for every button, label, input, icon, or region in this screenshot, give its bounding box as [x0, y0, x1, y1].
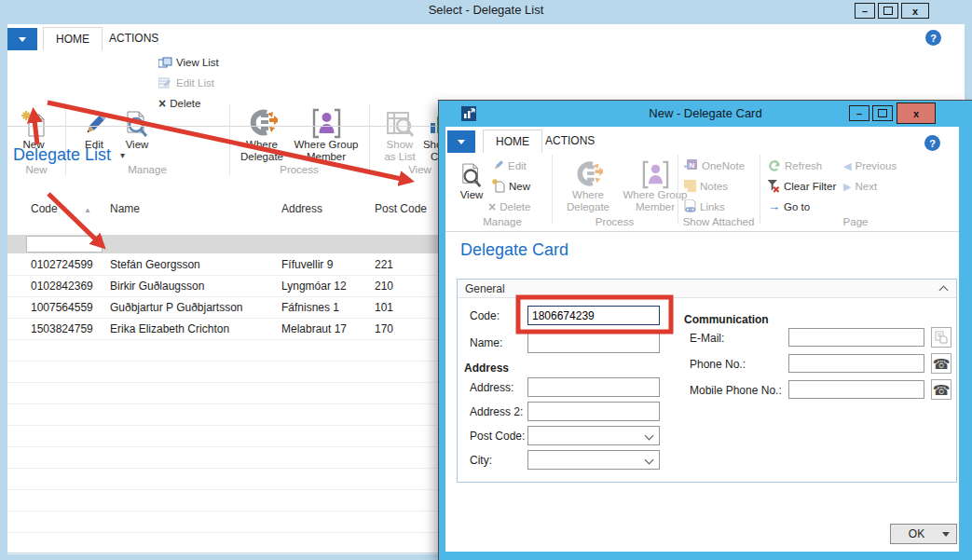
main-app-menu-button[interactable] — [7, 28, 37, 50]
table-row[interactable]: 1007564559 Guðbjartur P Guðbjartsson Fáf… — [7, 297, 439, 319]
address-field-label: Address: — [470, 381, 513, 394]
empty-table-row[interactable] — [7, 490, 439, 512]
dropdown-chevron-icon — [645, 456, 654, 465]
dialog-links-button[interactable]: Links — [684, 199, 725, 213]
cell-code: 1007564559 — [31, 301, 93, 314]
dialog-close-button[interactable]: x — [897, 102, 936, 124]
address2-input[interactable] — [527, 402, 660, 421]
main-tab-actions[interactable]: ACTIONS — [97, 27, 171, 50]
address-input[interactable] — [527, 377, 660, 397]
new-button[interactable]: New — [13, 104, 54, 151]
dialog-refresh-label: Refresh — [785, 160, 822, 171]
cell-address: Lyngmóar 12 — [281, 280, 347, 293]
edit-list-button[interactable]: Edit List — [158, 75, 214, 89]
main-tab-home[interactable]: HOME — [43, 27, 103, 50]
table-row[interactable]: 0102842369 Birkir Guðlaugsson Lyngmóar 1… — [7, 276, 439, 297]
email-input-field[interactable] — [789, 330, 924, 347]
empty-table-row[interactable] — [7, 426, 439, 447]
cell-name: Erika Elizabeth Crichton — [110, 322, 229, 335]
dialog-edit-button[interactable]: Edit — [492, 158, 527, 172]
phone-action-button[interactable]: ☎ — [931, 353, 951, 374]
empty-table-row[interactable] — [7, 404, 439, 426]
dialog-tab-actions[interactable]: ACTIONS — [533, 130, 607, 153]
mobile-phone-input-field[interactable] — [789, 382, 924, 399]
dialog-onenote-button[interactable]: N OneNote — [684, 158, 745, 172]
communication-group-label: Communication — [684, 313, 769, 326]
main-help-button[interactable]: ? — [925, 30, 941, 46]
ok-button-label: OK — [891, 527, 942, 540]
dialog-go-to-button[interactable]: → Go to — [768, 199, 810, 213]
empty-table-row[interactable] — [7, 469, 439, 490]
mobile-phone-action-button[interactable]: ☎ — [931, 379, 951, 400]
where-group-label-1: Where Group — [294, 139, 358, 150]
new-page-icon — [13, 104, 54, 139]
dialog-refresh-button[interactable]: Refresh — [768, 158, 822, 172]
dialog-where-delegate-button[interactable]: WhereDelegate — [561, 155, 615, 213]
ok-button[interactable]: OK — [890, 524, 957, 544]
dialog-app-menu-button[interactable] — [447, 130, 475, 153]
dialog-view-button[interactable]: View — [453, 155, 490, 201]
where-group-member-button[interactable]: Where GroupMember — [287, 104, 365, 163]
main-maximize-button[interactable] — [878, 3, 898, 19]
empty-table-row[interactable] — [7, 447, 439, 469]
email-action-button[interactable] — [931, 327, 951, 348]
phone-input[interactable] — [788, 354, 924, 373]
ok-dropdown-caret-icon[interactable] — [942, 532, 950, 537]
name-input-field[interactable] — [528, 334, 659, 352]
where-delegate-button[interactable]: WhereDelegate — [235, 104, 289, 163]
show-as-list-button[interactable]: Showas List — [376, 104, 423, 163]
cell-address: Fáfnisnes 1 — [281, 301, 339, 314]
column-header-name[interactable]: Name — [110, 202, 140, 215]
general-fasttab-header[interactable]: General — [458, 280, 956, 298]
table-row[interactable]: 1503824759 Erika Elizabeth Crichton Mela… — [7, 319, 439, 340]
card-title: Delegate Card — [460, 240, 568, 260]
new-record-row[interactable] — [7, 235, 439, 253]
name-input[interactable] — [527, 333, 660, 353]
ribbon-separator — [760, 155, 760, 224]
dialog-new-label: New — [509, 181, 530, 192]
view-button[interactable]: View — [116, 104, 158, 151]
dialog-new-button[interactable]: New — [492, 179, 530, 193]
post-code-dropdown[interactable] — [527, 426, 660, 445]
dialog-notes-button[interactable]: Notes — [684, 179, 728, 193]
empty-table-row[interactable] — [7, 362, 439, 383]
page-title-delegate-list[interactable]: Delegate List ▾ — [13, 145, 125, 165]
next-arrow-icon: ▶ — [843, 181, 851, 192]
dialog-delete-button[interactable]: × Delete — [488, 199, 530, 213]
city-dropdown[interactable] — [527, 450, 660, 470]
dialog-previous-button[interactable]: ◀ Previous — [843, 158, 897, 172]
dialog-minimize-button[interactable]: – — [849, 105, 869, 121]
empty-table-row[interactable] — [7, 383, 439, 404]
maximize-icon — [878, 109, 887, 117]
dialog-maximize-button[interactable] — [872, 105, 893, 121]
phone-input-field[interactable] — [789, 356, 924, 373]
main-close-button[interactable]: x — [901, 3, 929, 19]
minimize-icon: – — [862, 6, 868, 17]
mobile-phone-input[interactable] — [788, 380, 924, 399]
column-header-post-code[interactable]: Post Code — [375, 202, 427, 215]
dialog-next-button[interactable]: ▶ Next — [843, 179, 877, 193]
dialog-clear-filter-button[interactable]: Clear Filter — [766, 179, 836, 193]
table-row[interactable]: 0102724599 Stefán Georgsson Fífuvellir 9… — [7, 254, 439, 276]
empty-table-row[interactable] — [7, 512, 439, 533]
phone-icon: ☎ — [933, 357, 951, 371]
dialog-help-button[interactable]: ? — [924, 135, 940, 151]
dialog-onenote-label: OneNote — [702, 160, 745, 171]
empty-table-row[interactable] — [7, 340, 439, 362]
email-input[interactable] — [788, 328, 924, 347]
delete-button[interactable]: × Delete — [158, 96, 200, 110]
code-input-field[interactable] — [528, 307, 659, 325]
address-input-field[interactable] — [528, 379, 659, 397]
empty-table-row[interactable] — [7, 533, 439, 554]
address2-input-field[interactable] — [528, 403, 659, 421]
view-list-button[interactable]: View List — [158, 55, 219, 69]
new-record-code-cell[interactable] — [26, 236, 103, 253]
edit-button[interactable]: Edit — [75, 104, 114, 151]
column-header-code[interactable]: Code — [31, 202, 58, 215]
app-menu-caret-icon — [19, 37, 26, 42]
column-header-address[interactable]: Address — [281, 202, 322, 215]
dialog-view-label: View — [453, 189, 490, 201]
dialog-where-group-member-button[interactable]: Where GroupMember — [617, 155, 693, 213]
main-minimize-button[interactable]: – — [855, 3, 875, 19]
code-input[interactable] — [527, 306, 660, 325]
